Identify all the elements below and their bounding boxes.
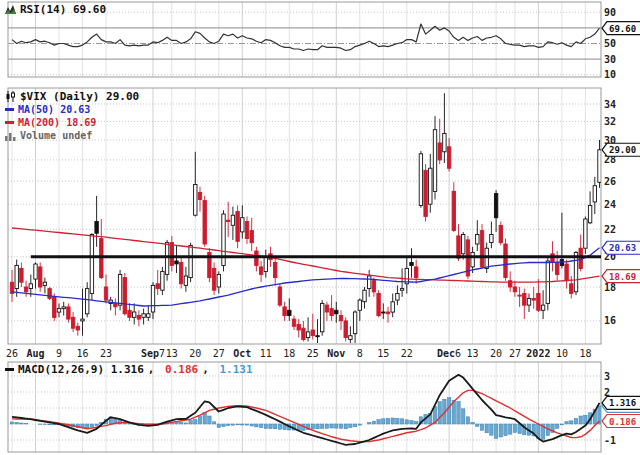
price-legend-title: $VIX (Daily) 29.00 [20,90,139,103]
ma50-line-swatch-icon [5,108,14,111]
ma50-legend-label: MA(50) 20.63 [18,104,90,115]
svg-text:3: 3 [604,371,610,382]
svg-text:27: 27 [213,348,225,359]
svg-text:-1: -1 [604,435,616,446]
svg-text:10: 10 [556,348,568,359]
svg-text:22: 22 [604,224,616,235]
svg-text:20.63: 20.63 [609,243,636,253]
svg-text:Oct: Oct [233,348,251,359]
svg-text:69.60: 69.60 [609,24,636,34]
svg-text:24: 24 [604,199,616,210]
candlestick-icon [5,91,16,102]
volume-legend-row: Volume undef [5,129,92,142]
price-legend-title-row: $VIX (Daily) 29.00 [5,90,139,103]
svg-text:16: 16 [604,315,616,326]
svg-text:9: 9 [56,348,62,359]
chart-canvas: 9050301069.603432302826242220181629.0020… [0,0,640,455]
svg-text:25: 25 [307,348,319,359]
ma200-legend-label: MA(200) 18.69 [18,117,96,128]
svg-text:1.316: 1.316 [609,398,636,408]
svg-text:34: 34 [604,99,616,110]
ma200-line-swatch-icon [5,121,14,124]
svg-text:29.00: 29.00 [609,145,636,155]
svg-text:11: 11 [260,348,272,359]
svg-text:26: 26 [604,176,616,187]
svg-text:0.186: 0.186 [609,417,636,427]
svg-text:18.69: 18.69 [609,272,636,282]
ma200-legend-row: MA(200) 18.69 [5,116,96,129]
svg-text:16: 16 [76,348,88,359]
svg-text:32: 32 [604,116,616,127]
svg-text:20: 20 [490,348,502,359]
svg-text:30: 30 [604,54,616,65]
volume-legend-label: Volume undef [20,130,92,141]
macd-legend-signal: 0.186 [165,363,198,376]
ma50-legend-row: MA(50) 20.63 [5,103,90,116]
svg-text:Dec6: Dec6 [437,348,461,359]
volume-bars-icon [5,131,16,141]
svg-text:13: 13 [166,348,178,359]
rsi-legend-label: RSI(14) 69.60 [20,3,106,16]
svg-text:26: 26 [6,348,18,359]
svg-text:2022: 2022 [526,348,550,359]
svg-text:13: 13 [467,348,479,359]
macd-legend-sep2: , [202,363,215,376]
svg-text:Sep7: Sep7 [141,348,165,359]
macd-legend-sep1: , [148,363,161,376]
svg-text:18: 18 [283,348,295,359]
price-legend: $VIX (Daily) 29.00 MA(50) 20.63 MA(200) … [5,90,139,142]
rsi-legend: RSI(14) 69.60 [5,3,106,16]
svg-text:27: 27 [509,348,521,359]
svg-text:50: 50 [604,38,616,49]
svg-text:22: 22 [401,348,413,359]
svg-text:23: 23 [100,348,112,359]
vix-stockchart: 9050301069.603432302826242220181629.0020… [0,0,640,455]
svg-text:18: 18 [579,348,591,359]
area-chart-icon [5,4,16,15]
macd-legend-main: MACD(12,26,9) 1.316 [18,363,144,376]
macd-legend: MACD(12,26,9) 1.316, 0.186, 1.131 [5,363,253,376]
svg-text:8: 8 [357,348,363,359]
svg-text:15: 15 [377,348,389,359]
svg-text:90: 90 [604,7,616,18]
svg-text:20: 20 [189,348,201,359]
svg-text:Nov: Nov [327,348,345,359]
svg-text:10: 10 [604,69,616,80]
macd-line-swatch-icon [5,368,14,371]
macd-legend-hist: 1.131 [219,363,252,376]
svg-text:Aug: Aug [26,348,44,359]
